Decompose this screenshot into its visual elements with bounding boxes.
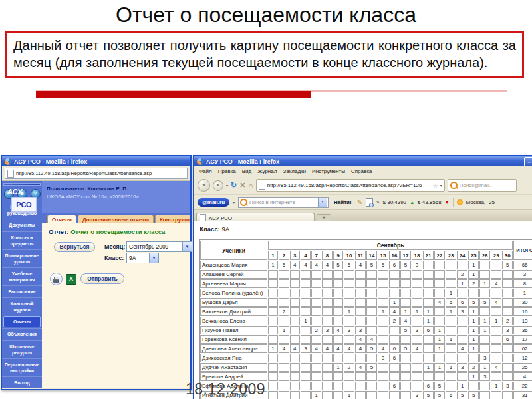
sidebar-item[interactable]: Документы: [2, 219, 42, 231]
attendance-cell: 2: [457, 270, 467, 279]
left-window-titlebar[interactable]: АСУ РСО - Mozilla Firefox: [2, 156, 190, 166]
tab-item[interactable]: Конструктор: [155, 215, 190, 223]
attendance-cell: 4: [355, 363, 366, 372]
attendance-cell: [268, 307, 278, 316]
chevron-down-icon[interactable]: ▾: [149, 253, 158, 263]
sidebar-item[interactable]: Персональные настройки: [2, 358, 42, 376]
attendance-cell: [502, 391, 513, 399]
attendance-cell: 3: [412, 261, 422, 269]
minimize-button[interactable]: _: [524, 157, 532, 166]
page-icon: [7, 170, 14, 178]
more-tools-icon[interactable]: »: [376, 200, 379, 205]
attendance-cell: 1: [468, 344, 479, 353]
attendance-cell: [301, 372, 311, 381]
menu-item[interactable]: Журнал: [257, 168, 277, 174]
attendance-cell: [355, 298, 366, 307]
school-link[interactable]: ШКОЛА «МОУ сош № 16», «2009/2010»: [47, 194, 186, 200]
excel-export-button[interactable]: X: [66, 274, 76, 285]
home-icon[interactable]: ⌂: [248, 181, 253, 190]
menu-item[interactable]: Вид: [242, 168, 251, 174]
menu-item[interactable]: Правка: [218, 168, 236, 174]
attendance-cell: 4: [412, 344, 422, 353]
attendance-cell: [301, 270, 311, 279]
stop-icon[interactable]: ✕: [239, 181, 245, 190]
sidebar-item[interactable]: Учебные материалы: [2, 267, 42, 285]
month-select[interactable]: Сентябрь 2009 ▾: [126, 241, 192, 252]
class-select[interactable]: 9А ▾: [126, 253, 159, 263]
attendance-table: Ученики Сентябрь ИТОГО 12347891011141516…: [199, 239, 532, 399]
mailru-logo[interactable]: @mail.ru: [198, 198, 229, 207]
attendance-cell: [311, 298, 321, 307]
address-bar[interactable]: http://85.112.49.158/asp/Reports/ClassAt…: [256, 179, 445, 192]
sidebar-item[interactable]: Выход: [2, 376, 42, 388]
tab-item[interactable]: Отчеты: [47, 215, 76, 223]
attendance-cell: 1: [268, 344, 278, 353]
attendance-cell: [389, 270, 400, 279]
attendance-cell: [491, 289, 501, 297]
attendance-cell: [322, 372, 332, 381]
mailru-search-input[interactable]: Поиск в интернете ▾: [238, 197, 329, 208]
print-button[interactable]: [50, 273, 63, 285]
attendance-cell: 1: [468, 261, 479, 269]
attendance-cell: [301, 363, 311, 372]
back-button[interactable]: ◄: [198, 179, 210, 192]
sidebar-item[interactable]: Школьные ресурсы: [2, 340, 42, 358]
attendance-cell: [491, 344, 501, 353]
history-dropdown-icon[interactable]: ▾: [226, 183, 228, 188]
table-row: Белова Полина (удалён)11: [200, 289, 532, 297]
page-preview-icon[interactable]: [366, 198, 373, 207]
attendance-cell: [434, 261, 445, 269]
sidebar-item[interactable]: Расписание: [2, 285, 42, 297]
refresh-icon[interactable]: ↻: [231, 181, 237, 190]
menu-item[interactable]: Файл: [199, 168, 212, 174]
find-button[interactable]: Найти!: [332, 199, 354, 206]
attendance-cell: 1: [311, 391, 321, 399]
attendance-cell: [468, 354, 479, 362]
bookmark-star-icon[interactable]: ☆: [433, 182, 438, 189]
menu-item[interactable]: Закладки: [283, 168, 306, 174]
sidebar-item[interactable]: Отчеты: [3, 316, 41, 327]
send-button[interactable]: Отправить: [80, 273, 124, 284]
total-cell: 62: [513, 344, 532, 353]
attendance-cell: 3: [479, 354, 490, 362]
attendance-cell: [378, 335, 388, 344]
day-header: 23: [446, 251, 456, 260]
forward-button[interactable]: ►: [213, 180, 223, 191]
attendance-cell: 1: [344, 307, 354, 316]
right-window-titlebar[interactable]: АСУ РСО - Mozilla Firefox _: [194, 156, 532, 166]
chevron-down-icon[interactable]: ▾: [233, 200, 235, 205]
chevron-down-icon[interactable]: ▾: [318, 198, 327, 207]
user-info-panel: Пользователь: Копылова Е. П. ШКОЛА «МОУ …: [42, 181, 190, 213]
attendance-cell: 2: [468, 363, 479, 372]
attendance-cell: [290, 391, 300, 399]
browser-search-input[interactable]: Поиск@mail.: [448, 179, 517, 192]
return-button[interactable]: Вернуться: [54, 242, 95, 252]
menu-item[interactable]: Справка: [351, 168, 372, 174]
attendance-cell: [366, 382, 377, 390]
left-url-input[interactable]: http://85.112.49.158/asp/Reports/ReportC…: [5, 168, 188, 179]
attendance-cell: [279, 298, 289, 307]
sidebar-item[interactable]: Объявления: [2, 328, 42, 340]
attendance-cell: [333, 270, 343, 279]
attendance-cell: [491, 372, 501, 381]
attendance-cell: 4: [290, 344, 300, 353]
chevron-down-icon[interactable]: ▾: [182, 242, 192, 251]
chevron-down-icon[interactable]: ▾: [440, 183, 442, 188]
pencil-icon[interactable]: ✎: [357, 199, 362, 206]
report-label: Отчет:: [49, 228, 69, 235]
attendance-cell: 1: [344, 391, 354, 399]
left-sidebar-nav: Школьное руководствоДокументыКлассы и пр…: [2, 201, 42, 388]
tab-item[interactable]: Дополнительные отчеты: [78, 215, 154, 223]
sidebar-item[interactable]: Классы и предметы: [2, 231, 42, 249]
attendance-cell: [355, 307, 366, 316]
attendance-cell: [301, 391, 311, 399]
sidebar-item[interactable]: Классный журнал: [2, 297, 42, 315]
menu-item[interactable]: Инструменты: [312, 168, 345, 174]
attendance-cell: [491, 261, 501, 269]
attendance-cell: [378, 289, 388, 297]
attendance-table-head: Ученики Сентябрь ИТОГО 12347891011141516…: [200, 241, 532, 260]
attendance-cell: 5: [344, 261, 354, 269]
left-browser-window: АСУ РСО - Mozilla Firefox http://85.112.…: [1, 155, 192, 390]
sidebar-item[interactable]: Планирование уроков: [2, 249, 42, 267]
attendance-cell: [268, 363, 278, 372]
